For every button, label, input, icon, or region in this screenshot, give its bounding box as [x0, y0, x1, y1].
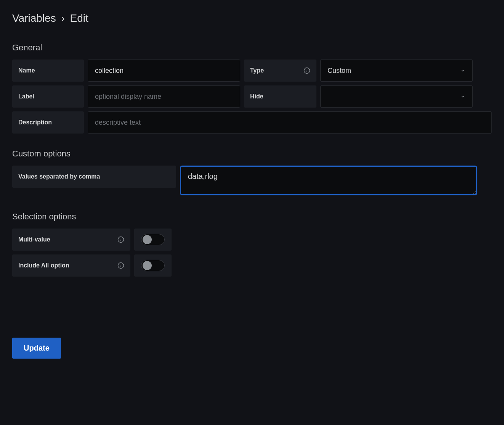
info-icon[interactable] — [117, 236, 124, 243]
info-icon[interactable] — [117, 262, 124, 269]
chevron-down-icon — [460, 94, 465, 99]
section-custom-options: Custom options Values separated by comma — [12, 149, 492, 196]
hide-label: Hide — [244, 85, 316, 108]
values-label: Values separated by comma — [12, 166, 176, 188]
label-input[interactable] — [88, 85, 240, 108]
include-all-toggle[interactable] — [134, 254, 172, 277]
multi-value-label: Multi-value — [12, 229, 130, 251]
multi-value-toggle[interactable] — [134, 229, 172, 251]
type-label: Type — [244, 60, 316, 82]
type-select-value: Custom — [327, 67, 351, 75]
label-label: Label — [12, 85, 84, 108]
section-title-selection: Selection options — [12, 212, 492, 222]
update-button[interactable]: Update — [12, 338, 61, 359]
breadcrumb-root[interactable]: Variables — [12, 12, 56, 24]
name-input[interactable] — [88, 60, 240, 82]
breadcrumb: Variables › Edit — [12, 12, 492, 24]
description-input[interactable] — [88, 111, 492, 134]
section-title-custom: Custom options — [12, 149, 492, 159]
include-all-label: Include All option — [12, 254, 130, 277]
hide-select[interactable] — [320, 85, 473, 108]
section-selection-options: Selection options Multi-value Include Al… — [12, 212, 492, 277]
name-label: Name — [12, 60, 84, 82]
description-label: Description — [12, 111, 84, 134]
section-title-general: General — [12, 43, 492, 53]
breadcrumb-leaf: Edit — [70, 12, 88, 24]
chevron-down-icon — [460, 68, 465, 73]
type-select[interactable]: Custom — [320, 60, 473, 82]
section-general: General Name Type Custom Label Hide — [12, 43, 492, 134]
info-icon[interactable] — [303, 67, 310, 74]
breadcrumb-separator: › — [61, 12, 64, 24]
values-input[interactable] — [180, 166, 477, 195]
